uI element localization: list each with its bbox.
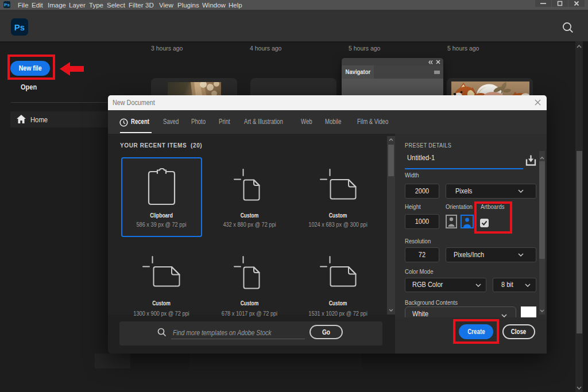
svg-text:Ps: Ps bbox=[4, 2, 10, 7]
svg-text:Ps: Ps bbox=[14, 22, 25, 32]
